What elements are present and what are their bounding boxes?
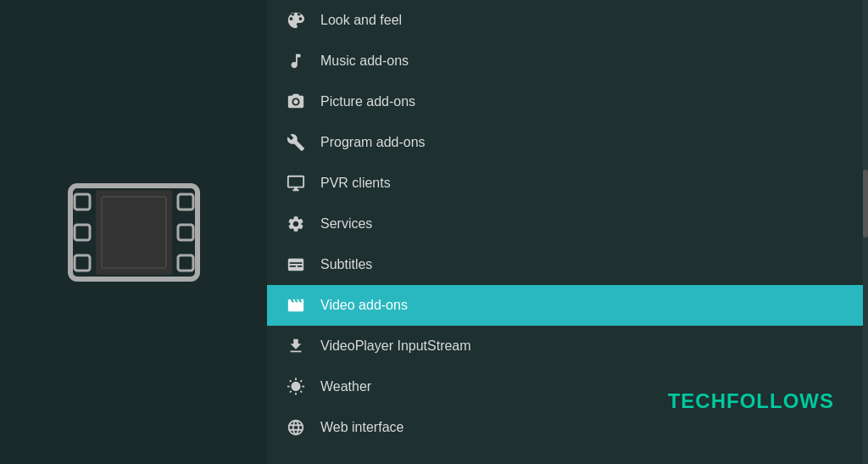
menu-item-subtitles[interactable]: Subtitles [267, 244, 868, 285]
music-icon [284, 49, 308, 73]
menu-label-music-add-ons: Music add-ons [320, 53, 409, 69]
menu-item-picture-add-ons[interactable]: Picture add-ons [267, 81, 868, 122]
menu-label-video-add-ons: Video add-ons [320, 298, 408, 313]
camera-icon [284, 90, 308, 114]
menu-item-pvr-clients[interactable]: PVR clients [267, 163, 868, 204]
watermark: TECHFOLLOWS [668, 389, 834, 413]
menu-item-music-add-ons[interactable]: Music add-ons [267, 41, 868, 81]
svg-rect-1 [75, 194, 90, 210]
monitor-icon [284, 171, 308, 195]
menu-label-program-add-ons: Program add-ons [320, 135, 426, 150]
scrollbar[interactable] [863, 0, 868, 464]
menu-item-video-add-ons[interactable]: Video add-ons [267, 285, 868, 326]
menu-list: Look and feelMusic add-onsPicture add-on… [267, 0, 868, 448]
menu-label-web-interface: Web interface [320, 420, 403, 435]
menu-label-pvr-clients: PVR clients [320, 176, 391, 191]
svg-rect-6 [178, 255, 193, 271]
svg-rect-5 [178, 225, 193, 240]
svg-rect-4 [178, 194, 193, 210]
menu-item-program-add-ons[interactable]: Program add-ons [267, 122, 868, 163]
globe-icon [284, 416, 308, 439]
menu-item-videoplayer-inputstream[interactable]: VideoPlayer InputStream [267, 326, 868, 366]
download-icon [284, 334, 308, 358]
film-icon [284, 293, 308, 317]
subtitles-icon [284, 253, 308, 277]
menu-item-web-interface[interactable]: Web interface [267, 407, 868, 448]
menu-label-services: Services [320, 216, 372, 232]
palette-icon [284, 8, 308, 32]
scrollbar-thumb[interactable] [863, 170, 868, 238]
svg-rect-2 [75, 225, 90, 240]
gear-icon [284, 212, 308, 236]
svg-rect-7 [96, 190, 172, 275]
wrench-icon [284, 131, 308, 154]
menu-item-services[interactable]: Services [267, 204, 868, 244]
menu-label-look-and-feel: Look and feel [320, 13, 402, 28]
menu-label-videoplayer-inputstream: VideoPlayer InputStream [320, 338, 471, 354]
film-icon [66, 182, 202, 283]
left-panel [0, 0, 267, 464]
menu-label-picture-add-ons: Picture add-ons [320, 94, 415, 109]
svg-rect-3 [75, 255, 90, 271]
menu-label-subtitles: Subtitles [320, 257, 372, 272]
weather-icon [284, 375, 308, 399]
menu-item-look-and-feel[interactable]: Look and feel [267, 0, 868, 41]
menu-label-weather: Weather [320, 379, 371, 394]
